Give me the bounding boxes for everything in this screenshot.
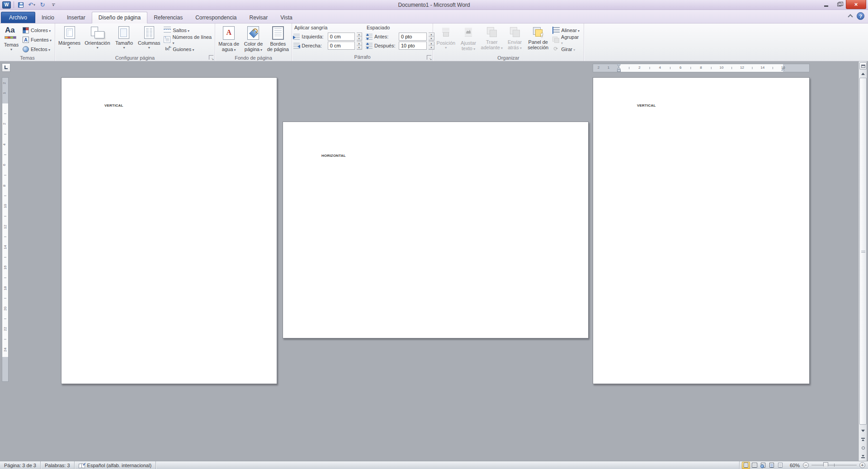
indent-left-input[interactable]: 0 cm bbox=[328, 33, 355, 41]
ruler-toggle-button[interactable] bbox=[859, 62, 867, 70]
minimize-button[interactable] bbox=[820, 0, 833, 9]
rotate-button: ⟳ Girar bbox=[551, 44, 582, 54]
arrow-down-icon bbox=[861, 430, 865, 432]
line-numbers-button[interactable]: Números de línea bbox=[162, 35, 213, 44]
theme-fonts-button[interactable]: A Fuentes bbox=[21, 35, 53, 44]
scroll-up-button[interactable] bbox=[859, 70, 867, 77]
word-logo-icon[interactable]: W bbox=[2, 1, 11, 9]
tab-inicio[interactable]: Inicio bbox=[35, 12, 61, 23]
tab-archivo[interactable]: Archivo bbox=[1, 12, 35, 23]
page-2-landscape[interactable]: HORIZONTAL bbox=[283, 122, 589, 338]
select-browse-object-button[interactable] bbox=[859, 444, 867, 452]
print-layout-view-button[interactable] bbox=[742, 462, 750, 469]
draft-view-button[interactable] bbox=[776, 462, 784, 469]
vertical-ruler[interactable]: 2 1 2 4 6 8 10 12 14 16 18 20 22 24 bbox=[2, 77, 9, 382]
qat-divider bbox=[14, 1, 14, 8]
zoom-slider[interactable] bbox=[811, 462, 857, 468]
align-icon bbox=[552, 27, 560, 33]
theme-colors-button[interactable]: Colores bbox=[21, 25, 53, 35]
tab-referencias[interactable]: Referencias bbox=[147, 12, 189, 23]
orientation-button[interactable]: Orientación bbox=[82, 25, 113, 55]
page-borders-icon bbox=[272, 26, 284, 40]
left-indent-marker[interactable] bbox=[617, 70, 621, 72]
indent-right-icon bbox=[293, 43, 300, 49]
customize-qat-button[interactable]: ▾ bbox=[49, 1, 57, 9]
indent-left-stepper[interactable]: ▲▼ bbox=[357, 33, 362, 41]
theme-colors-icon bbox=[23, 27, 29, 33]
spellcheck-icon: ✓ bbox=[79, 463, 85, 468]
size-button[interactable]: Tamaño bbox=[113, 25, 136, 55]
themes-button[interactable]: Aa Temas bbox=[1, 25, 21, 55]
minimize-ribbon-icon[interactable] bbox=[848, 14, 853, 19]
restore-button[interactable] bbox=[833, 0, 846, 9]
page-color-button[interactable]: Color depágina bbox=[241, 25, 265, 55]
margins-button[interactable]: Márgenes bbox=[57, 25, 82, 55]
web-layout-view-button[interactable] bbox=[759, 462, 767, 469]
zoom-in-button[interactable]: + bbox=[859, 462, 865, 468]
page-text: VERTICAL bbox=[104, 103, 123, 108]
hyphenation-icon: bc bbox=[164, 46, 171, 52]
tab-revisar[interactable]: Revisar bbox=[243, 12, 274, 23]
horizontal-ruler[interactable]: 2 1 2 4 6 8 10 12 14 16 bbox=[593, 64, 810, 72]
indent-right-input[interactable]: 0 cm bbox=[328, 42, 355, 50]
language-indicator[interactable]: ✓ Español (alfab. internacional) bbox=[75, 461, 156, 469]
tab-correspondencia[interactable]: Correspondencia bbox=[189, 12, 243, 23]
position-button: Posición bbox=[434, 25, 458, 55]
thumb-grip-icon bbox=[861, 251, 865, 253]
columns-button[interactable]: Columnas bbox=[136, 25, 162, 55]
next-page-button[interactable] bbox=[859, 452, 867, 461]
tab-diseno-de-pagina[interactable]: Diseño de página bbox=[92, 12, 147, 23]
page-3-portrait[interactable]: VERTICAL bbox=[593, 77, 810, 384]
spacing-before-input[interactable]: 0 pto bbox=[399, 33, 427, 41]
first-line-indent-marker[interactable] bbox=[617, 64, 621, 66]
breaks-button[interactable]: Saltos bbox=[162, 25, 213, 35]
rotate-icon: ⟳ bbox=[552, 46, 560, 52]
minimize-icon bbox=[824, 5, 828, 7]
ruler-text-area bbox=[2, 103, 8, 357]
right-indent-marker[interactable] bbox=[781, 69, 785, 71]
vertical-scrollbar[interactable] bbox=[859, 61, 867, 461]
page-setup-dialog-launcher-icon[interactable] bbox=[209, 55, 213, 60]
spacing-after-input[interactable]: 10 pto bbox=[399, 42, 427, 50]
tab-vista[interactable]: Vista bbox=[274, 12, 298, 23]
breaks-icon bbox=[164, 27, 171, 33]
watermark-button[interactable]: Marca deagua bbox=[217, 25, 241, 55]
zoom-out-button[interactable]: − bbox=[803, 462, 809, 468]
outline-view-button[interactable] bbox=[768, 462, 776, 469]
indent-right-stepper[interactable]: ▲▼ bbox=[357, 42, 362, 50]
tab-stop-selector[interactable] bbox=[2, 63, 10, 72]
zoom-slider-thumb[interactable] bbox=[823, 462, 828, 469]
word-count[interactable]: Palabras: 3 bbox=[41, 461, 74, 469]
page-borders-button[interactable]: Bordesde página bbox=[266, 25, 290, 55]
web-layout-icon bbox=[761, 463, 765, 468]
restore-icon bbox=[837, 3, 841, 6]
align-button[interactable]: Alinear bbox=[551, 25, 582, 35]
group-label-organizar: Organizar bbox=[433, 55, 584, 61]
paragraph-dialog-launcher-icon[interactable] bbox=[427, 55, 431, 60]
page-indicator[interactable]: Página: 3 de 3 bbox=[0, 461, 40, 469]
close-button[interactable]: × bbox=[846, 0, 866, 9]
help-icon[interactable]: ? bbox=[857, 12, 864, 20]
save-button[interactable] bbox=[17, 1, 25, 9]
theme-fonts-icon: A bbox=[23, 37, 29, 43]
previous-page-button[interactable] bbox=[859, 435, 867, 444]
columns-icon bbox=[144, 26, 154, 39]
spacing-before-icon bbox=[366, 34, 373, 40]
hyphenation-button[interactable]: bc Guiones bbox=[162, 44, 213, 54]
fullscreen-reading-view-button[interactable] bbox=[750, 462, 759, 469]
scroll-down-button[interactable] bbox=[859, 427, 867, 434]
undo-button[interactable]: ↶▾ bbox=[28, 1, 36, 9]
double-down-icon bbox=[862, 455, 864, 457]
fullscreen-reading-icon bbox=[752, 463, 757, 468]
ribbon: Aa Temas Colores A Fuentes Efectos Temas bbox=[0, 23, 868, 61]
theme-effects-button[interactable]: Efectos bbox=[21, 44, 53, 54]
send-backward-icon bbox=[509, 26, 521, 38]
print-layout-icon bbox=[744, 463, 748, 468]
zoom-level[interactable]: 60% bbox=[787, 463, 803, 468]
tab-insertar[interactable]: Insertar bbox=[61, 12, 92, 23]
undo-dropdown-icon[interactable]: ▾ bbox=[33, 3, 35, 7]
scrollbar-thumb[interactable] bbox=[859, 78, 867, 425]
redo-button[interactable]: ↻ bbox=[38, 1, 47, 9]
selection-pane-button[interactable]: Panel deselección bbox=[525, 25, 551, 55]
page-1-portrait[interactable]: VERTICAL bbox=[61, 77, 277, 384]
